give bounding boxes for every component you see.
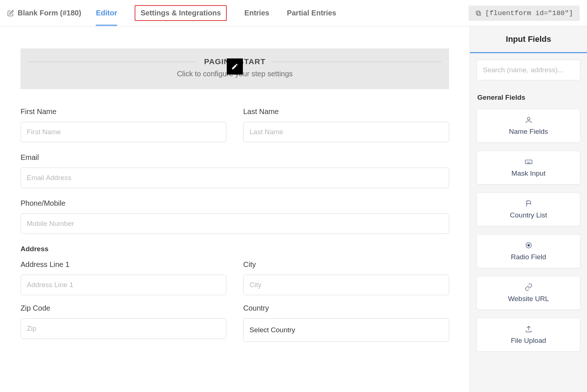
nav-tabs: Editor Settings & Integrations Entries P… [96, 0, 336, 26]
top-navigation: Blank Form (#180) Editor Settings & Inte… [0, 0, 587, 26]
email-label: Email [21, 153, 449, 162]
address1-input[interactable] [21, 275, 226, 295]
svg-point-2 [527, 117, 530, 120]
phone-input[interactable] [21, 213, 449, 234]
field-card-file-upload[interactable]: File Upload [477, 318, 580, 352]
keyboard-icon [481, 158, 576, 166]
city-label: City [243, 260, 449, 269]
address1-label: Address Line 1 [21, 260, 226, 269]
city-input[interactable] [243, 275, 449, 295]
tab-partial-entries[interactable]: Partial Entries [287, 0, 336, 26]
field-card-mask-input[interactable]: Mask Input [477, 151, 580, 184]
svg-rect-0 [477, 12, 481, 15]
svg-rect-1 [476, 11, 480, 14]
field-card-country-list[interactable]: Country List [477, 193, 580, 226]
country-label: Country [243, 304, 449, 312]
radio-icon [481, 241, 576, 249]
last-name-input[interactable] [243, 122, 449, 142]
divider-right [273, 62, 442, 62]
field-card-label: Radio Field [481, 253, 576, 261]
country-select[interactable]: Select Country [243, 318, 449, 342]
field-card-label: Website URL [481, 295, 576, 303]
upload-icon [481, 325, 576, 333]
form-title: Blank Form (#180) [18, 9, 81, 17]
sidebar-title: Input Fields [470, 26, 587, 53]
field-card-radio-field[interactable]: Radio Field [477, 234, 580, 268]
edit-button[interactable] [227, 58, 243, 74]
svg-rect-3 [525, 160, 532, 164]
svg-point-10 [528, 244, 530, 246]
field-card-label: Name Fields [481, 128, 576, 136]
field-card-website-url[interactable]: Website URL [477, 276, 580, 310]
search-input[interactable] [477, 60, 580, 80]
last-name-label: Last Name [243, 107, 449, 116]
address-section-label: Address [21, 245, 449, 253]
field-card-name-fields[interactable]: Name Fields [477, 109, 580, 143]
field-card-label: Country List [481, 211, 576, 219]
email-input[interactable] [21, 168, 449, 188]
pencil-icon [7, 10, 14, 17]
zip-input[interactable] [21, 318, 226, 339]
first-name-label: First Name [21, 107, 226, 116]
divider-left [28, 62, 197, 62]
tab-editor[interactable]: Editor [96, 0, 117, 26]
flag-icon [481, 199, 576, 208]
shortcode-text: [fluentform id="180"] [485, 9, 573, 17]
phone-label: Phone/Mobile [21, 199, 449, 208]
link-icon [481, 283, 576, 291]
editor-area: PAGING START Click to configure your ste… [0, 26, 470, 392]
user-icon [481, 116, 576, 124]
tab-entries[interactable]: Entries [244, 0, 269, 26]
zip-label: Zip Code [21, 304, 226, 312]
first-name-input[interactable] [21, 122, 226, 142]
field-card-label: File Upload [481, 337, 576, 345]
tab-settings-integrations[interactable]: Settings & Integrations [135, 5, 227, 21]
field-card-label: Mask Input [481, 169, 576, 177]
pencil-fill-icon [231, 63, 238, 70]
form-title-wrap[interactable]: Blank Form (#180) [7, 9, 81, 17]
shortcode-box[interactable]: [fluentform id="180"] [468, 6, 580, 21]
general-fields-title: General Fields [470, 87, 587, 109]
paging-start-block[interactable]: PAGING START Click to configure your ste… [21, 48, 449, 89]
input-fields-sidebar: Input Fields General Fields Name Fields [470, 26, 587, 392]
copy-icon [475, 10, 482, 17]
